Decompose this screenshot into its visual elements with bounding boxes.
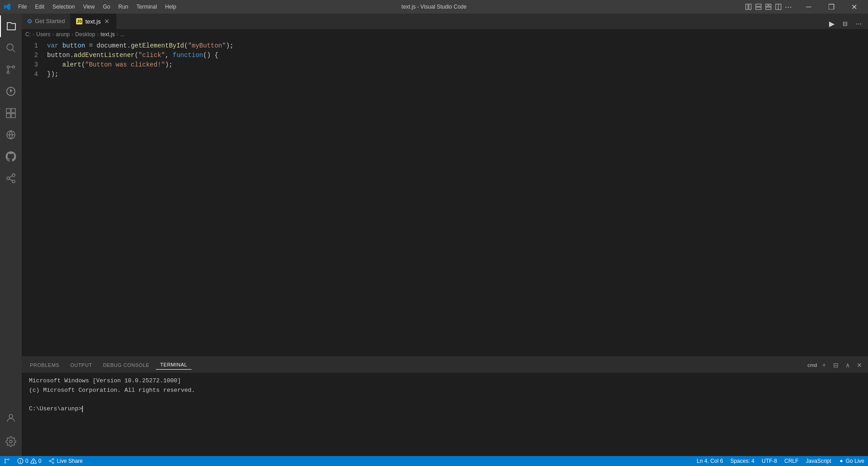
sidebar-item-explorer[interactable]: [0, 15, 22, 37]
svg-point-26: [5, 462, 6, 463]
menu-bar: File Edit Selection View Go Run Terminal…: [14, 3, 180, 11]
layout-buttons: ⋯: [744, 2, 793, 11]
breadcrumb-desktop[interactable]: Desktop: [75, 31, 95, 38]
more-actions-button[interactable]: ⋯: [853, 19, 864, 28]
close-panel-button[interactable]: ✕: [854, 360, 864, 370]
breadcrumb-textjs[interactable]: text.js: [101, 31, 115, 38]
menu-file[interactable]: File: [14, 3, 30, 11]
split-terminal-button[interactable]: ⊟: [831, 360, 841, 370]
terminal-content[interactable]: Microsoft Windows [Version 10.0.25272.10…: [22, 373, 868, 456]
menu-run[interactable]: Run: [115, 3, 132, 11]
breadcrumb-users[interactable]: Users: [36, 31, 50, 38]
layout-btn-2[interactable]: [754, 2, 763, 11]
error-count: 0: [25, 458, 29, 464]
svg-point-9: [7, 44, 13, 50]
status-live-share[interactable]: Live Share: [45, 456, 86, 466]
svg-line-10: [13, 50, 15, 52]
menu-view[interactable]: View: [79, 3, 98, 11]
svg-point-33: [33, 462, 34, 462]
menu-help[interactable]: Help: [162, 3, 180, 11]
breadcrumb-c[interactable]: C:: [25, 31, 31, 38]
customize-layout-btn[interactable]: ⋯: [784, 2, 793, 11]
sidebar-item-search[interactable]: [0, 37, 22, 59]
tab-get-started[interactable]: ⊙ Get Started: [22, 14, 71, 29]
svg-point-25: [10, 440, 12, 443]
editor-and-panel: 1 2 3 4 var button = document.getElement…: [22, 39, 868, 456]
svg-line-38: [51, 460, 53, 461]
minimize-button[interactable]: ─: [798, 0, 819, 14]
panel-tab-output[interactable]: OUTPUT: [66, 361, 96, 370]
title-bar-left: File Edit Selection View Go Run Terminal…: [4, 3, 180, 11]
editor-top-actions: ▶ ⊟ ⋯: [823, 19, 868, 29]
svg-point-34: [53, 458, 54, 460]
live-share-label: Live Share: [57, 458, 82, 464]
restore-button[interactable]: ❐: [821, 0, 842, 14]
menu-go[interactable]: Go: [99, 3, 114, 11]
sidebar-item-settings[interactable]: [0, 431, 22, 452]
go-live-label: Go Live: [846, 458, 864, 464]
svg-point-24: [9, 414, 13, 418]
title-bar: File Edit Selection View Go Run Terminal…: [0, 0, 868, 14]
svg-rect-14: [6, 109, 10, 113]
svg-point-28: [5, 459, 6, 460]
code-area[interactable]: var button = document.getElementById("my…: [43, 39, 832, 357]
sidebar-item-remote-explorer[interactable]: [0, 124, 22, 146]
status-errors[interactable]: 0 0: [14, 456, 45, 466]
panel-tab-problems[interactable]: PROBLEMS: [25, 361, 64, 370]
svg-point-35: [49, 460, 51, 462]
layout-btn-4[interactable]: [774, 2, 783, 11]
sidebar-item-live-share-activity[interactable]: [0, 167, 22, 189]
menu-selection[interactable]: Selection: [49, 3, 78, 11]
editor-container: ⊙ Get Started JS text.js ✕ ▶ ⊟ ⋯ C: › Us…: [22, 14, 868, 456]
svg-line-23: [10, 176, 13, 178]
panel-container: PROBLEMS OUTPUT DEBUG CONSOLE TERMINAL c…: [22, 357, 868, 456]
close-button[interactable]: ✕: [844, 0, 864, 14]
sidebar-item-extensions[interactable]: [0, 102, 22, 124]
status-source-control[interactable]: [0, 456, 14, 466]
svg-rect-15: [11, 109, 15, 113]
tabs-empty-area: [116, 14, 823, 29]
menu-edit[interactable]: Edit: [31, 3, 48, 11]
tab-close-text-js[interactable]: ✕: [103, 18, 110, 25]
status-spaces[interactable]: Spaces: 4: [727, 456, 758, 466]
new-terminal-button[interactable]: ＋: [819, 360, 829, 370]
tab-text-js[interactable]: JS text.js ✕: [71, 14, 116, 29]
js-file-icon: JS: [76, 18, 82, 24]
sidebar-item-source-control[interactable]: [0, 59, 22, 81]
breadcrumb-arunp[interactable]: arunp: [56, 31, 70, 38]
code-editor[interactable]: 1 2 3 4 var button = document.getElement…: [22, 39, 868, 357]
panel-tabs: PROBLEMS OUTPUT DEBUG CONSOLE TERMINAL c…: [22, 357, 868, 373]
activity-bar: [0, 14, 22, 456]
breadcrumb-ellipsis[interactable]: ...: [120, 31, 125, 38]
split-editor-button[interactable]: ⊟: [840, 19, 850, 28]
svg-rect-6: [766, 7, 771, 10]
svg-rect-16: [6, 114, 10, 118]
terminal-line-3: [29, 395, 861, 405]
sidebar-item-account[interactable]: [0, 407, 22, 429]
svg-rect-1: [749, 4, 751, 10]
tab-label-get-started: Get Started: [35, 18, 65, 24]
sidebar-item-github[interactable]: [0, 146, 22, 167]
status-go-live[interactable]: Go Live: [835, 456, 868, 466]
vscode-logo-icon: [4, 3, 11, 10]
panel-tab-terminal[interactable]: TERMINAL: [156, 360, 192, 370]
terminal-cursor: [82, 406, 83, 412]
svg-point-21: [12, 180, 15, 183]
run-button[interactable]: ▶: [826, 19, 837, 29]
layout-btn-3[interactable]: [764, 2, 773, 11]
menu-terminal[interactable]: Terminal: [133, 3, 160, 11]
maximize-panel-button[interactable]: ∧: [843, 360, 853, 370]
panel-tab-debug-console[interactable]: DEBUG CONSOLE: [98, 361, 153, 370]
status-encoding[interactable]: UTF-8: [758, 456, 781, 466]
svg-rect-0: [746, 4, 748, 10]
svg-rect-5: [769, 4, 771, 6]
svg-point-27: [8, 459, 9, 460]
svg-point-19: [12, 174, 15, 176]
svg-point-31: [20, 462, 20, 462]
status-language[interactable]: JavaScript: [802, 456, 835, 466]
layout-btn-1[interactable]: [744, 2, 753, 11]
sidebar-item-run-debug[interactable]: [0, 81, 22, 102]
status-line-ending[interactable]: CRLF: [781, 456, 802, 466]
panel-actions: cmd ＋ ⊟ ∧ ✕: [807, 360, 864, 370]
status-cursor-pos[interactable]: Ln 4, Col 6: [693, 456, 727, 466]
